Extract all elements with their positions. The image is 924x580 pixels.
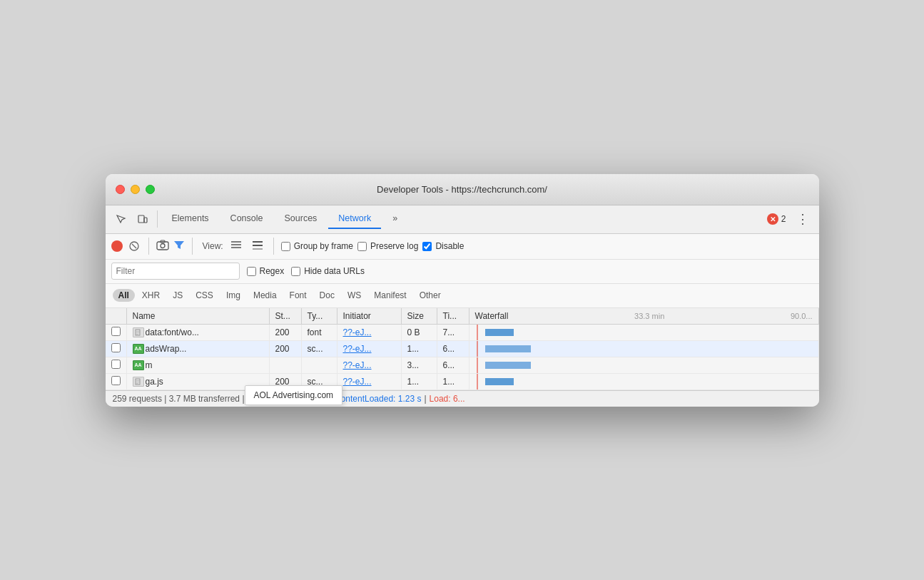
th-waterfall[interactable]: Waterfall 33.3 min 90.0... xyxy=(469,308,818,325)
table-row[interactable]: AAm??-eJ...3...6... xyxy=(106,357,819,373)
group-by-frame-toggle[interactable]: Group by frame xyxy=(281,241,353,251)
tooltip-popup: AOL Advertising.com xyxy=(245,385,343,405)
filter-type-btn-doc[interactable]: Doc xyxy=(314,289,340,302)
status-bar: 259 requests | 3.7 MB transferred | Fini… xyxy=(106,390,819,407)
table-header-row: Name St... Ty... Initiator Size Ti... Wa… xyxy=(106,308,819,325)
screenshot-button[interactable] xyxy=(156,240,169,253)
table-wrapper: Name St... Ty... Initiator Size Ti... Wa… xyxy=(106,308,819,390)
filter-type-btn-ws[interactable]: WS xyxy=(342,289,367,302)
svg-line-3 xyxy=(132,244,136,248)
th-name[interactable]: Name xyxy=(126,308,269,325)
th-size[interactable]: Size xyxy=(401,308,437,325)
error-x-icon: ✕ xyxy=(767,213,778,225)
minimize-button[interactable] xyxy=(131,185,140,194)
tab-elements[interactable]: Elements xyxy=(162,209,219,229)
network-table-container[interactable]: Name St... Ty... Initiator Size Ti... Wa… xyxy=(106,308,819,390)
device-toggle-button[interactable] xyxy=(133,209,153,229)
preserve-log-toggle[interactable]: Preserve log xyxy=(357,241,418,251)
devtools-window: Developer Tools - https://techcrunch.com… xyxy=(106,174,819,407)
title-bar: Developer Tools - https://techcrunch.com… xyxy=(106,174,819,205)
tab-console[interactable]: Console xyxy=(220,209,273,229)
name-cell: ga.js xyxy=(133,377,263,387)
th-type[interactable]: Ty... xyxy=(301,308,337,325)
th-status[interactable]: St... xyxy=(269,308,301,325)
filter-type-btn-xhr[interactable]: XHR xyxy=(136,289,166,302)
table-row[interactable]: ga.js200sc...??-eJ...1...1... xyxy=(106,373,819,390)
table-row[interactable]: data:font/wo...200font??-eJ...0 B7... xyxy=(106,324,819,340)
network-toolbar-sep3 xyxy=(273,238,274,255)
svg-rect-0 xyxy=(138,215,144,223)
name-cell: AAadsWrap... xyxy=(133,344,263,354)
filter-types-bar: AllXHRJSCSSImgMediaFontDocWSManifestOthe… xyxy=(106,284,819,308)
filter-type-btn-media[interactable]: Media xyxy=(248,289,283,302)
table-body: data:font/wo...200font??-eJ...0 B7...AAa… xyxy=(106,324,819,390)
svg-point-5 xyxy=(161,243,165,248)
network-table: Name St... Ty... Initiator Size Ti... Wa… xyxy=(106,308,819,390)
filter-bar: Regex Hide data URLs xyxy=(106,260,819,284)
filter-type-btn-js[interactable]: JS xyxy=(167,289,188,302)
filter-button[interactable] xyxy=(173,240,185,253)
name-cell: AAm xyxy=(133,360,263,370)
table-row[interactable]: AAadsWrap...200sc...??-eJ...1...6... xyxy=(106,340,819,357)
hide-data-urls-toggle[interactable]: Hide data URLs xyxy=(291,266,365,276)
load-label: Load: 6... xyxy=(430,394,465,404)
view-large-button[interactable] xyxy=(249,239,266,253)
filter-type-btn-font[interactable]: Font xyxy=(284,289,313,302)
error-badge[interactable]: ✕ 2 xyxy=(767,213,786,225)
tab-network[interactable]: Network xyxy=(328,209,381,229)
tab-more[interactable]: » xyxy=(382,209,407,229)
filter-type-btn-manifest[interactable]: Manifest xyxy=(368,289,412,302)
window-title: Developer Tools - https://techcrunch.com… xyxy=(377,184,547,195)
devtools-menu-button[interactable]: ⋮ xyxy=(792,208,813,230)
filter-type-btn-other[interactable]: Other xyxy=(414,289,447,302)
devtools-toolbar: Elements Console Sources Network » ✕ 2 ⋮ xyxy=(106,205,819,234)
filter-type-btn-img[interactable]: Img xyxy=(220,289,246,302)
th-checkbox xyxy=(106,308,127,325)
traffic-lights xyxy=(116,185,155,194)
filter-type-btn-all[interactable]: All xyxy=(113,289,135,302)
tab-sources[interactable]: Sources xyxy=(274,209,327,229)
disable-cache-toggle[interactable]: Disable xyxy=(422,241,464,251)
clear-button[interactable] xyxy=(127,239,141,253)
close-button[interactable] xyxy=(116,185,125,194)
filter-input[interactable] xyxy=(111,263,240,280)
view-list-button[interactable] xyxy=(228,239,245,253)
svg-rect-4 xyxy=(157,242,168,250)
maximize-button[interactable] xyxy=(146,185,155,194)
filter-type-btn-css[interactable]: CSS xyxy=(190,289,219,302)
regex-toggle[interactable]: Regex xyxy=(247,266,285,276)
network-toolbar-sep xyxy=(148,238,149,255)
th-time[interactable]: Ti... xyxy=(437,308,469,325)
svg-rect-1 xyxy=(144,218,147,223)
network-toolbar-sep2 xyxy=(192,238,193,255)
network-toolbar: View: Group by frame Preserve log xyxy=(106,234,819,260)
toolbar-separator-1 xyxy=(157,210,158,228)
name-cell: data:font/wo... xyxy=(133,327,263,337)
view-label: View: xyxy=(203,241,223,251)
record-button[interactable] xyxy=(111,240,123,252)
th-initiator[interactable]: Initiator xyxy=(337,308,401,325)
inspector-button[interactable] xyxy=(111,209,131,229)
